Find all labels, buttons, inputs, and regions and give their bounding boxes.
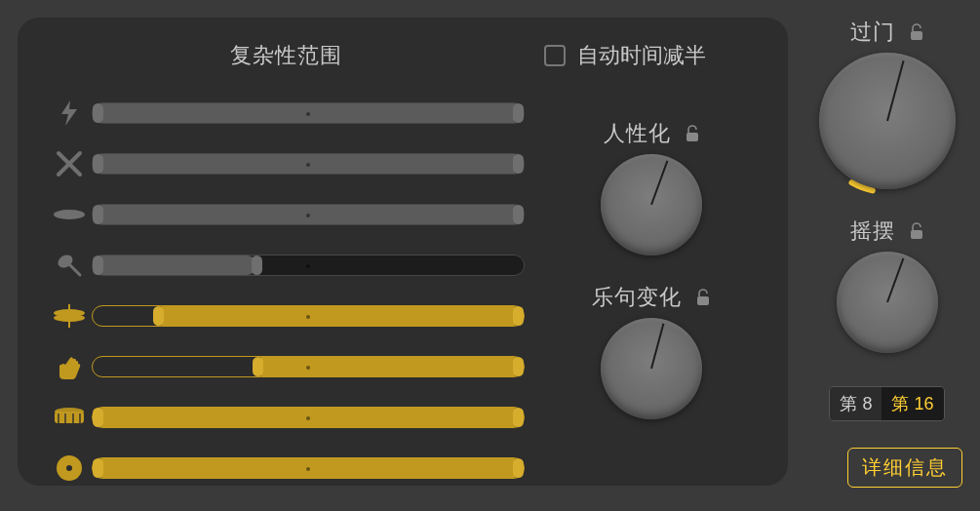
cymbal-icon	[47, 207, 92, 222]
swing-label: 摇摆	[850, 216, 895, 246]
svg-rect-18	[911, 31, 922, 40]
range-handle-low[interactable]	[153, 306, 164, 326]
range-handle-low[interactable]	[253, 357, 263, 376]
swing-knob[interactable]	[837, 252, 938, 353]
lock-open-icon[interactable]	[909, 23, 924, 41]
main-panel: 复杂性范围 自动时间减半 人性化 乐句变化	[18, 18, 788, 486]
hihat-icon	[47, 304, 92, 328]
svg-point-2	[54, 210, 85, 219]
range-handle-low[interactable]	[93, 256, 103, 275]
svg-rect-16	[686, 133, 698, 141]
complexity-range-lightning[interactable]	[92, 102, 525, 124]
phrase-variation-label: 乐句变化	[592, 283, 682, 312]
phrase-variation-knob[interactable]	[601, 318, 702, 419]
humanize-knob[interactable]	[601, 154, 702, 256]
complexity-range-clap[interactable]	[92, 356, 525, 377]
clap-icon	[47, 353, 92, 380]
svg-rect-19	[911, 230, 922, 239]
fills-knob[interactable]	[819, 53, 956, 189]
complexity-range-snare[interactable]	[92, 407, 525, 428]
complexity-slider-kick	[47, 449, 525, 488]
lock-open-icon[interactable]	[695, 289, 711, 306]
auto-half-time-checkbox[interactable]	[544, 45, 566, 66]
complexity-slider-cymbal	[47, 195, 525, 234]
complexity-slider-hihat	[47, 296, 525, 335]
complexity-range-hihat[interactable]	[92, 305, 525, 327]
complexity-title: 复杂性范围	[47, 41, 525, 70]
swing-8th-button[interactable]: 第 8	[830, 387, 882, 420]
range-handle-high[interactable]	[513, 205, 524, 224]
complexity-slider-clap	[47, 347, 525, 386]
shaker-icon	[47, 251, 92, 280]
range-handle-high[interactable]	[513, 408, 524, 427]
lock-open-icon[interactable]	[685, 125, 700, 142]
complexity-slider-snare	[47, 398, 525, 437]
auto-half-time-label: 自动时间减半	[577, 41, 706, 70]
range-handle-low[interactable]	[93, 408, 103, 427]
range-handle-high[interactable]	[513, 103, 524, 123]
complexity-range-sticks[interactable]	[92, 153, 525, 175]
svg-rect-17	[697, 296, 709, 305]
range-handle-high[interactable]	[252, 256, 262, 275]
complexity-slider-sticks	[47, 144, 525, 183]
complexity-range-shaker[interactable]	[92, 255, 525, 276]
range-handle-high[interactable]	[513, 154, 524, 174]
snare-icon	[47, 407, 92, 428]
swing-16th-button[interactable]: 第 16	[882, 387, 943, 420]
humanize-label: 人性化	[604, 119, 671, 148]
complexity-range-kick[interactable]	[92, 457, 525, 479]
range-handle-low[interactable]	[93, 205, 103, 224]
kick-icon	[47, 452, 92, 484]
sticks-icon	[47, 149, 92, 178]
auto-half-time-row[interactable]: 自动时间减半	[544, 41, 759, 70]
svg-point-15	[66, 465, 72, 471]
range-handle-high[interactable]	[513, 458, 524, 478]
svg-line-4	[69, 264, 80, 275]
complexity-slider-lightning	[47, 94, 525, 133]
complexity-slider-shaker	[47, 246, 525, 285]
fills-label: 过门	[850, 18, 895, 47]
range-handle-low[interactable]	[93, 154, 103, 174]
range-handle-low[interactable]	[93, 458, 103, 478]
range-handle-high[interactable]	[513, 357, 524, 376]
details-button[interactable]: 详细信息	[847, 448, 962, 488]
lock-open-icon[interactable]	[909, 222, 924, 240]
complexity-range-cymbal[interactable]	[92, 204, 525, 225]
range-handle-low[interactable]	[93, 103, 103, 123]
lightning-icon	[47, 98, 92, 128]
swing-resolution-segmented: 第 8 第 16	[829, 386, 944, 421]
range-handle-high[interactable]	[513, 306, 524, 326]
